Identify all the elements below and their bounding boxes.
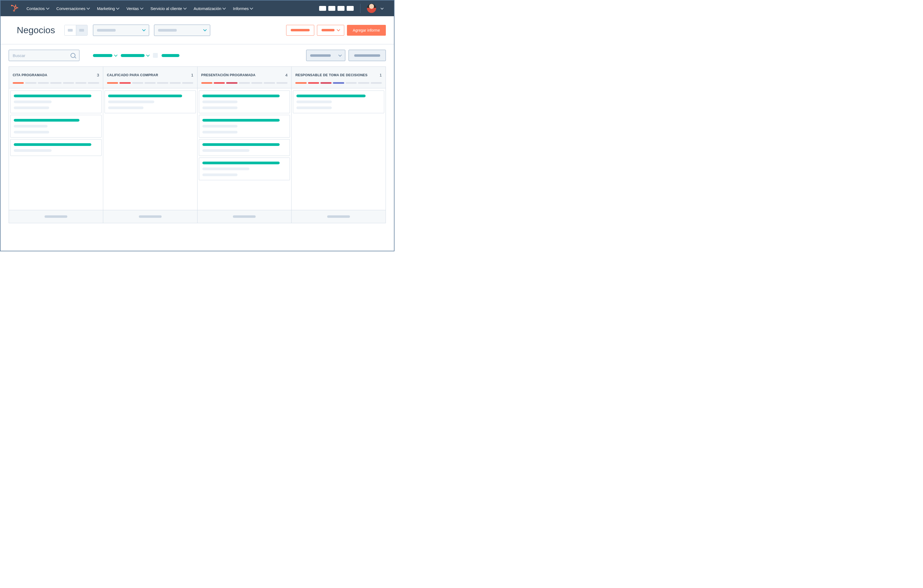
stage-segment bbox=[132, 82, 143, 84]
deal-card[interactable] bbox=[105, 90, 196, 113]
pipeline-select[interactable] bbox=[93, 25, 149, 36]
nav-label: Informes bbox=[233, 6, 249, 11]
column-header: CITA PROGRAMADA3 bbox=[9, 67, 103, 89]
stage-segment bbox=[201, 82, 212, 84]
stage-segment bbox=[25, 82, 36, 84]
stage-segment bbox=[226, 82, 237, 84]
column-body[interactable] bbox=[9, 89, 103, 210]
nav-label: Conversaciones bbox=[56, 6, 85, 11]
filter-2[interactable] bbox=[121, 54, 149, 57]
user-avatar[interactable] bbox=[367, 4, 376, 13]
page-header: Negocios Agregar informe bbox=[0, 16, 394, 44]
card-line bbox=[14, 107, 49, 109]
deal-card[interactable] bbox=[199, 158, 290, 180]
placeholder bbox=[322, 29, 335, 31]
add-report-button[interactable]: Agregar informe bbox=[347, 25, 386, 36]
nav-item-marketing[interactable]: Marketing bbox=[97, 6, 119, 11]
nav-utility-3[interactable] bbox=[337, 6, 345, 11]
placeholder bbox=[93, 54, 112, 57]
view-list-button[interactable] bbox=[64, 25, 76, 35]
deal-card[interactable] bbox=[10, 90, 102, 113]
column-title: PRESENTACIÓN PROGRAMADA bbox=[201, 73, 256, 77]
stage-indicator bbox=[201, 82, 288, 84]
card-line bbox=[108, 107, 143, 109]
deal-card[interactable] bbox=[10, 115, 102, 138]
column-footer bbox=[9, 210, 103, 223]
kanban-column: RESPONSABLE DE TOMA DE DECISIONES1 bbox=[292, 66, 386, 223]
toolbar bbox=[0, 44, 394, 66]
column-body[interactable] bbox=[292, 89, 386, 210]
card-line bbox=[14, 95, 91, 97]
deal-card[interactable] bbox=[199, 90, 290, 113]
nav-utility-2[interactable] bbox=[328, 6, 335, 11]
placeholder bbox=[354, 54, 380, 57]
view-board-button[interactable] bbox=[76, 25, 87, 35]
search-icon bbox=[71, 53, 76, 58]
owner-select[interactable] bbox=[154, 25, 210, 36]
card-line bbox=[14, 143, 91, 146]
stage-segment bbox=[295, 82, 306, 84]
deal-card[interactable] bbox=[199, 139, 290, 156]
filter-checkbox[interactable] bbox=[153, 53, 158, 58]
column-body[interactable] bbox=[103, 89, 197, 210]
nav-label: Marketing bbox=[97, 6, 115, 11]
svg-point-1 bbox=[15, 7, 16, 8]
chevron-down-icon bbox=[222, 6, 226, 10]
column-title: CALIFICADO PARA COMPRAR bbox=[107, 73, 158, 77]
kanban-board: CITA PROGRAMADA3CALIFICADO PARA COMPRAR1… bbox=[0, 66, 394, 223]
nav-item-automatizacion[interactable]: Automatización bbox=[194, 6, 226, 11]
nav-item-contactos[interactable]: Contactos bbox=[26, 6, 49, 11]
search-input[interactable] bbox=[13, 53, 61, 58]
nav-item-servicio[interactable]: Servicio al cliente bbox=[151, 6, 186, 11]
nav-utility-4[interactable] bbox=[347, 6, 354, 11]
stage-segment bbox=[170, 82, 181, 84]
column-footer bbox=[292, 210, 386, 223]
card-line bbox=[202, 168, 250, 170]
placeholder bbox=[139, 215, 162, 218]
chevron-down-icon bbox=[337, 28, 340, 31]
kanban-column: CITA PROGRAMADA3 bbox=[9, 66, 103, 223]
stage-segment bbox=[371, 82, 382, 84]
column-count: 1 bbox=[191, 73, 193, 77]
svg-point-5 bbox=[17, 7, 18, 8]
stage-segment bbox=[88, 82, 99, 84]
board-actions-button[interactable] bbox=[348, 50, 386, 61]
nav-item-informes[interactable]: Informes bbox=[233, 6, 253, 11]
column-header: RESPONSABLE DE TOMA DE DECISIONES1 bbox=[292, 67, 386, 89]
chevron-down-icon bbox=[142, 28, 146, 31]
deal-card[interactable] bbox=[199, 115, 290, 138]
card-line bbox=[202, 125, 238, 128]
deal-card[interactable] bbox=[10, 139, 102, 156]
placeholder-icon bbox=[79, 29, 84, 31]
card-line bbox=[14, 149, 52, 152]
card-line bbox=[14, 100, 52, 103]
card-line bbox=[14, 131, 49, 133]
filter-3[interactable] bbox=[162, 54, 179, 57]
stage-segment bbox=[308, 82, 319, 84]
hubspot-logo-icon[interactable] bbox=[10, 4, 18, 12]
chevron-down-icon[interactable] bbox=[381, 7, 383, 10]
nav-item-ventas[interactable]: Ventas bbox=[126, 6, 143, 11]
stage-segment bbox=[276, 82, 287, 84]
stage-indicator bbox=[107, 82, 194, 84]
sort-select[interactable] bbox=[306, 50, 345, 61]
card-line bbox=[296, 100, 332, 103]
placeholder bbox=[121, 54, 145, 57]
deal-card[interactable] bbox=[293, 90, 384, 113]
kanban-column: PRESENTACIÓN PROGRAMADA4 bbox=[197, 66, 292, 223]
column-header: PRESENTACIÓN PROGRAMADA4 bbox=[197, 67, 292, 89]
stage-indicator bbox=[13, 82, 99, 84]
header-action-1[interactable] bbox=[286, 25, 314, 36]
card-line bbox=[202, 149, 250, 152]
search-box[interactable] bbox=[9, 50, 79, 61]
card-line bbox=[202, 107, 238, 109]
nav-item-conversaciones[interactable]: Conversaciones bbox=[56, 6, 90, 11]
svg-point-9 bbox=[11, 5, 13, 7]
filter-1[interactable] bbox=[93, 54, 117, 57]
nav-utility-1[interactable] bbox=[319, 6, 326, 11]
header-action-2[interactable] bbox=[317, 25, 344, 36]
placeholder bbox=[44, 215, 67, 218]
header-actions: Agregar informe bbox=[286, 25, 386, 36]
chevron-down-icon bbox=[338, 53, 342, 57]
column-body[interactable] bbox=[197, 89, 292, 210]
